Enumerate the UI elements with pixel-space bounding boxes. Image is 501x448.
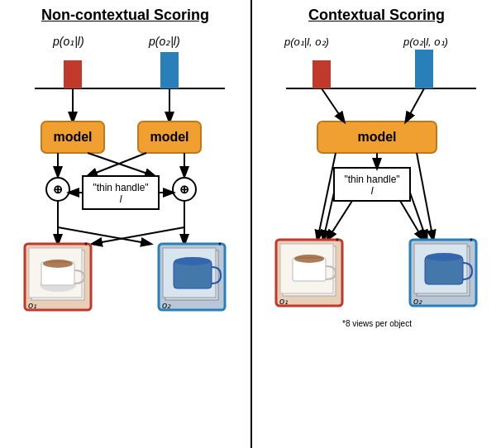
svg-line-56 (406, 88, 424, 122)
svg-text:model: model (53, 130, 92, 144)
right-diagram-svg: p(o₁|l, o₂) p(o₂|l, o₁) model "thin (261, 29, 493, 448)
svg-text:o₂: o₂ (162, 300, 171, 310)
right-title: Contextual Scoring (308, 7, 445, 24)
svg-text:p(o₂|l, o₁): p(o₂|l, o₁) (403, 36, 448, 48)
svg-line-55 (322, 88, 344, 122)
svg-text:*: * (84, 241, 88, 250)
left-title: Non-contextual Scoring (41, 7, 209, 24)
main-container: Non-contextual Scoring p(o₁|l) p(o₂|l) (0, 0, 501, 448)
right-content: p(o₁|l, o₂) p(o₂|l, o₁) model "thin (261, 29, 493, 448)
svg-text:p(o₁|l, o₂): p(o₁|l, o₂) (284, 36, 329, 48)
left-diagram-svg: p(o₁|l) p(o₂|l) (10, 29, 241, 448)
svg-text:⊕: ⊕ (53, 183, 63, 196)
svg-text:o₂: o₂ (413, 296, 422, 306)
svg-point-44 (174, 257, 211, 265)
right-panel: Contextual Scoring p(o₁|l, o₂) p(o₂|l, o… (250, 0, 501, 448)
svg-rect-4 (160, 52, 179, 88)
svg-text:model: model (150, 130, 188, 144)
svg-rect-52 (415, 50, 433, 88)
svg-text:o₁: o₁ (28, 300, 36, 310)
svg-line-66 (417, 153, 433, 240)
svg-text:p(o₂|l): p(o₂|l) (148, 35, 180, 48)
svg-text:p(o₁|l): p(o₁|l) (52, 35, 84, 48)
svg-rect-3 (64, 60, 82, 88)
svg-text:"thin handle": "thin handle" (93, 182, 148, 193)
svg-text:l: l (370, 185, 373, 197)
svg-point-37 (43, 260, 73, 268)
svg-text:*: * (336, 237, 339, 246)
svg-text:o₁: o₁ (279, 296, 288, 306)
svg-text:l: l (119, 193, 122, 205)
svg-text:*: * (218, 241, 222, 250)
svg-point-78 (426, 253, 462, 261)
left-panel: Non-contextual Scoring p(o₁|l) p(o₂|l) (0, 0, 250, 448)
svg-point-71 (294, 255, 324, 263)
svg-text:"thin handle": "thin handle" (344, 174, 399, 185)
svg-text:⊕: ⊕ (179, 183, 189, 196)
svg-rect-51 (313, 60, 331, 88)
svg-text:model: model (357, 130, 396, 144)
left-content: p(o₁|l) p(o₂|l) (10, 29, 241, 448)
svg-text:*: * (470, 237, 473, 246)
svg-text:*8 views per object: *8 views per object (342, 319, 412, 328)
